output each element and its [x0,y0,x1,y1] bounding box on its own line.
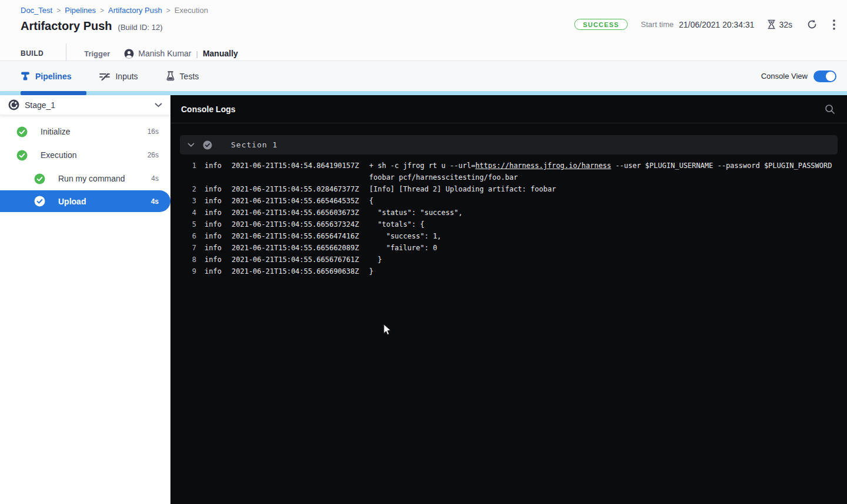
step-duration: 16s [148,127,159,136]
log-level: info [205,230,223,242]
log-row: 4info2021-06-21T15:04:55.665603673Z "sta… [180,207,838,219]
log-level: info [205,207,223,219]
log-line-number: 9 [186,266,196,277]
log-line-number: 5 [186,219,196,230]
active-tab-underline [21,91,86,95]
tab-tests[interactable]: Tests [166,71,199,81]
page-title: Artifactory Push [21,19,112,33]
tab-label: Inputs [115,72,138,81]
log-message: "totals": { [369,219,839,230]
step-execution[interactable]: Execution26s [0,143,170,167]
page-header: Doc_Test > Pipelines > Artifactory Push … [0,0,847,61]
log-line-number: 2 [186,183,196,195]
log-timestamp: 2021-06-21T15:04:55.028467377Z [232,183,361,195]
log-timestamp: 2021-06-21T15:04:55.665676761Z [232,254,361,266]
log-message: "failure": 0 [369,242,839,254]
log-line-number: 8 [186,254,196,266]
log-row: 3info2021-06-21T15:04:55.665464535Z{ [180,195,838,207]
stage-icon [8,99,19,110]
log-line-number: 1 [186,160,196,183]
console-view-toggle[interactable] [813,70,836,82]
inputs-icon [99,72,110,81]
divider: | [196,49,198,58]
log-row: 9info2021-06-21T15:04:55.665690638Z} [180,266,838,277]
console-header: Console Logs [170,95,847,123]
tab-pipelines[interactable]: Pipelines [21,71,71,81]
log-message: } [369,254,839,266]
log-message: + sh -c jfrog rt u --url=https://harness… [369,160,839,183]
tab-label: Tests [180,72,199,81]
log-row: 2info2021-06-21T15:04:55.028467377Z[Info… [180,183,838,195]
log-level: info [205,160,223,183]
log-level: info [205,195,223,207]
section-title: Section 1 [231,140,277,149]
log-line-number: 4 [186,207,196,219]
console-panel: Console Logs Section 1 1info2021-06-21T1… [170,95,847,504]
log-timestamp: 2021-06-21T15:04:54.864190157Z [232,160,361,183]
success-check-icon [16,150,28,161]
breadcrumb-separator: > [100,6,104,15]
stage-sidebar: Stage_1 Initialize16sExecution26sRun my … [0,95,170,504]
log-level: info [205,219,223,230]
log-level: info [205,266,223,277]
success-check-icon [16,126,28,137]
log-row: 7info2021-06-21T15:04:55.665662089Z "fai… [180,242,838,254]
breadcrumb-artifactory-push[interactable]: Artifactory Push [108,6,162,15]
step-label: Initialize [41,127,71,136]
search-icon[interactable] [823,103,836,116]
chevron-down-icon[interactable] [155,103,162,107]
log-timestamp: 2021-06-21T15:04:55.665637324Z [232,219,361,230]
pipeline-icon [21,71,30,81]
console-logs-title: Console Logs [181,105,236,114]
log-timestamp: 2021-06-21T15:04:55.665464535Z [232,195,361,207]
step-duration: 4s [151,197,159,206]
success-check-icon [34,196,45,207]
log-line-number: 3 [186,195,196,207]
avatar-icon [124,49,134,59]
start-time-label: Start time [641,20,674,29]
log-row: 6info2021-06-21T15:04:55.665647416Z "suc… [180,230,838,242]
tab-inputs[interactable]: Inputs [99,72,138,81]
log-timestamp: 2021-06-21T15:04:55.665647416Z [232,230,361,242]
log-message: [Info] [Thread 2] Uploading artifact: fo… [369,183,839,195]
log-message: "status": "success", [369,207,839,219]
refresh-button[interactable] [805,18,819,31]
log-line-number: 7 [186,242,196,254]
log-message: "success": 1, [369,230,839,242]
log-timestamp: 2021-06-21T15:04:55.665690638Z [232,266,361,277]
success-check-icon [34,173,45,184]
trigger-type: Manually [203,49,238,58]
trigger-label: Trigger [84,49,110,58]
log-row: 5info2021-06-21T15:04:55.665637324Z "tot… [180,219,838,230]
log-level: info [205,254,223,266]
stage-selector[interactable]: Stage_1 [0,95,170,115]
step-label: Run my command [58,174,125,183]
log-lines: 1info2021-06-21T15:04:54.864190157Z+ sh … [180,160,838,277]
log-row: 8info2021-06-21T15:04:55.665676761Z } [180,254,838,266]
breadcrumb-execution: Execution [175,6,208,15]
step-upload[interactable]: Upload4s [0,190,170,212]
log-timestamp: 2021-06-21T15:04:55.665662089Z [232,242,361,254]
tab-label: Pipelines [35,72,71,81]
duration-value: 32s [779,20,792,29]
breadcrumb-pipelines[interactable]: Pipelines [65,6,96,15]
chevron-down-icon[interactable] [188,143,195,147]
log-link[interactable]: https://harness.jfrog.io/harness [476,162,611,170]
flask-icon [166,71,175,81]
log-message: } [369,266,839,277]
breadcrumb: Doc_Test > Pipelines > Artifactory Push … [21,6,835,15]
breadcrumb-separator: > [166,6,170,15]
step-list: Initialize16sExecution26sRun my command4… [0,115,170,212]
trigger-user: Manish Kumar [138,49,191,58]
log-level: info [205,242,223,254]
tab-bar: Pipelines Inputs Tests Console View [0,61,847,91]
step-run-my-command[interactable]: Run my command4s [0,167,170,190]
stage-name: Stage_1 [25,100,149,110]
progress-strip [0,91,847,95]
more-options-button[interactable] [832,18,836,31]
breadcrumb-doc-test[interactable]: Doc_Test [21,6,52,15]
log-section-header[interactable]: Section 1 [180,135,838,154]
status-badge: SUCCESS [574,19,628,30]
step-duration: 26s [148,151,159,159]
step-initialize[interactable]: Initialize16s [0,120,170,143]
